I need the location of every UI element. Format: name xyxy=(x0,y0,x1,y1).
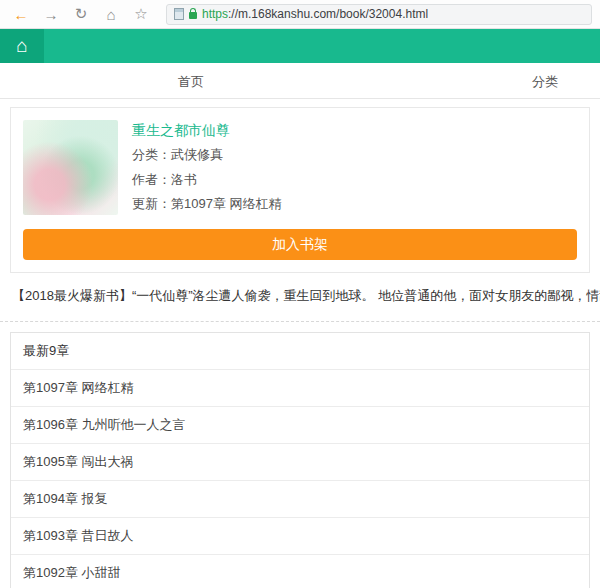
book-description: 【2018最火爆新书】“一代仙尊”洛尘遭人偷袭，重生回到地球。 地位普通的他，面… xyxy=(0,273,600,322)
site-header: ⌂ xyxy=(0,29,600,63)
chapter-list-header: 最新9章 xyxy=(11,333,589,370)
nav-item-home[interactable]: 首页 xyxy=(178,73,204,91)
url-text: https://m.168kanshu.com/book/32004.html xyxy=(202,7,428,21)
address-bar[interactable]: https://m.168kanshu.com/book/32004.html xyxy=(166,4,592,25)
browser-toolbar: ← → ↻ ⌂ ☆ https://m.168kanshu.com/book/3… xyxy=(0,0,600,29)
url-rest: ://m.168kanshu.com/book/32004.html xyxy=(228,7,428,21)
book-update[interactable]: 更新：第1097章 网络杠精 xyxy=(132,195,282,213)
book-cover xyxy=(23,120,118,215)
site-home-button[interactable]: ⌂ xyxy=(0,29,44,63)
site-info-icon[interactable] xyxy=(174,8,184,20)
chapter-list-box: 最新9章 第1097章 网络杠精第1096章 九州听他一人之言第1095章 闯出… xyxy=(10,332,590,588)
nav-item-category[interactable]: 分类 xyxy=(532,73,558,91)
chapter-row[interactable]: 第1094章 报复 xyxy=(11,481,589,518)
book-info: 重生之都市仙尊 分类：武侠修真 作者：洛书 更新：第1097章 网络杠精 xyxy=(132,120,282,215)
browser-home-button[interactable]: ⌂ xyxy=(98,3,124,25)
back-button[interactable]: ← xyxy=(8,3,34,25)
lock-icon xyxy=(189,12,197,19)
forward-button[interactable]: → xyxy=(38,3,64,25)
chapter-row[interactable]: 第1092章 小甜甜 xyxy=(11,555,589,588)
book-card: 重生之都市仙尊 分类：武侠修真 作者：洛书 更新：第1097章 网络杠精 加入书… xyxy=(10,107,590,273)
book-author: 作者：洛书 xyxy=(132,171,282,189)
top-nav: 首页 分类 xyxy=(0,63,600,99)
bookmark-star-button[interactable]: ☆ xyxy=(128,3,154,25)
chapter-row[interactable]: 第1095章 闯出大祸 xyxy=(11,444,589,481)
chapter-row[interactable]: 第1097章 网络杠精 xyxy=(11,370,589,407)
add-to-shelf-button[interactable]: 加入书架 xyxy=(23,229,577,260)
url-scheme: https xyxy=(202,7,228,21)
chapter-row[interactable]: 第1093章 昔日故人 xyxy=(11,518,589,555)
book-title: 重生之都市仙尊 xyxy=(132,122,282,140)
chapter-list: 第1097章 网络杠精第1096章 九州听他一人之言第1095章 闯出大祸第10… xyxy=(11,370,589,588)
book-category: 分类：武侠修真 xyxy=(132,146,282,164)
refresh-button[interactable]: ↻ xyxy=(68,3,94,25)
chapter-row[interactable]: 第1096章 九州听他一人之言 xyxy=(11,407,589,444)
home-icon: ⌂ xyxy=(16,35,27,57)
